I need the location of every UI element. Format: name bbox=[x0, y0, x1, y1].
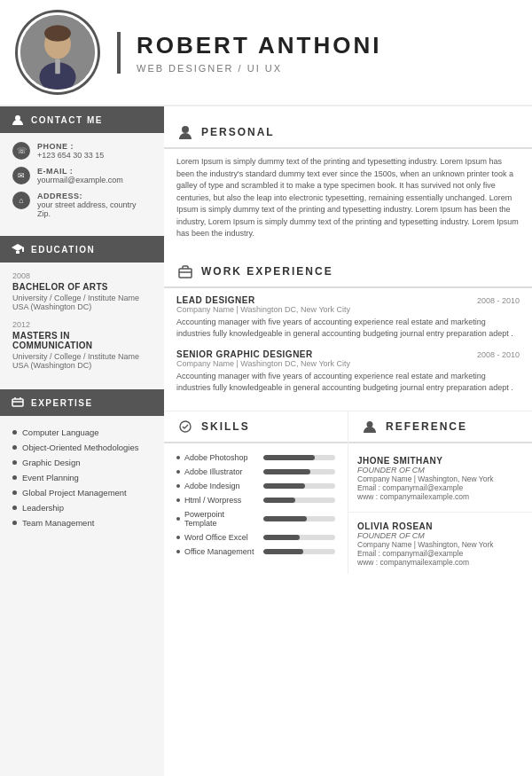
work-section: WORK EXPERIENCE LEAD DESIGNER 2008 - 201… bbox=[164, 247, 532, 411]
skill-bar-fill bbox=[263, 455, 315, 460]
main-content: PERSONAL Lorem Ipsum is simply dummy tex… bbox=[164, 106, 532, 776]
candidate-name: ROBERT ANTHONI bbox=[137, 32, 381, 59]
bullet bbox=[176, 498, 180, 502]
education-icon bbox=[11, 242, 25, 256]
work-header: WORK EXPERIENCE bbox=[164, 256, 532, 288]
bullet bbox=[12, 506, 17, 510]
skills-column: SKILLS Adobe Photoshop Adobe Illustrator bbox=[164, 412, 348, 574]
expertise-list: Computer Language Object-Oriented Method… bbox=[0, 416, 164, 541]
header-info: ROBERT ANTHONI WEB DESIGNER / UI UX bbox=[117, 32, 381, 74]
contact-address: ⌂ ADDRESS: your street address, country … bbox=[12, 192, 152, 218]
skill-item: Adobe Indesign bbox=[164, 479, 348, 493]
skill-bar-fill bbox=[263, 469, 310, 474]
skill-item: Adobe Photoshop bbox=[164, 451, 348, 465]
expertise-item: Object-Oriented Methodologies bbox=[12, 440, 152, 455]
work-icon bbox=[176, 263, 194, 280]
ref-company: Company Name | Washington, New York bbox=[357, 474, 523, 483]
skill-bar-fill bbox=[263, 516, 307, 521]
skill-item: Adobe Illustrator bbox=[164, 465, 348, 479]
svg-marker-6 bbox=[12, 244, 24, 251]
personal-header: PERSONAL bbox=[164, 117, 532, 149]
ref-role: FOUNDER OF CM bbox=[357, 466, 523, 474]
reference-header: REFERENCE bbox=[348, 412, 532, 443]
skill-bar-background bbox=[263, 535, 335, 540]
ref-name: JHONE SMITHANY bbox=[357, 456, 523, 466]
candidate-title: WEB DESIGNER / UI UX bbox=[137, 63, 381, 74]
bullet bbox=[176, 550, 180, 553]
skill-item: Word Office Excel bbox=[164, 530, 348, 545]
reference-icon bbox=[361, 418, 379, 435]
ref-role: FOUNDER OF CM bbox=[357, 531, 523, 540]
skill-item: Powerpoint Template bbox=[164, 507, 348, 530]
skill-bar-background bbox=[263, 469, 335, 474]
contact-phone: ☏ PHONE : +123 654 30 33 15 bbox=[12, 142, 152, 160]
contact-section-label: CONTACT ME bbox=[31, 115, 103, 125]
skills-list: Adobe Photoshop Adobe Illustrator Adobe … bbox=[164, 451, 348, 559]
svg-point-2 bbox=[44, 25, 71, 42]
work-item-1: LEAD DESIGNER 2008 - 2010 Company Name |… bbox=[164, 295, 532, 349]
expertise-item: Leadership bbox=[12, 500, 152, 515]
work-item-2: SENIOR GRAPHIC DESIGNER 2008 - 2010 Comp… bbox=[164, 349, 532, 404]
reference-list: JHONE SMITHANY FOUNDER OF CM Company Nam… bbox=[348, 451, 532, 574]
expertise-item: Graphic Design bbox=[12, 455, 152, 470]
svg-rect-4 bbox=[55, 59, 60, 74]
education-section-label: EDUCATION bbox=[31, 245, 95, 255]
contact-section: ☏ PHONE : +123 654 30 33 15 ✉ E-MAIL : y… bbox=[0, 133, 164, 236]
ref-website: www : companymailexample.com bbox=[357, 492, 523, 501]
reference-item: JHONE SMITHANY FOUNDER OF CM Company Nam… bbox=[348, 451, 532, 508]
resume-header: ROBERT ANTHONI WEB DESIGNER / UI UX bbox=[0, 0, 532, 106]
skill-bar-fill bbox=[263, 549, 303, 554]
education-section: 2008 BACHELOR OF ARTS University / Colle… bbox=[0, 263, 164, 389]
bullet bbox=[12, 475, 17, 480]
skill-bar-fill bbox=[263, 483, 305, 489]
skill-bar-background bbox=[263, 549, 335, 554]
reference-column: REFERENCE JHONE SMITHANY FOUNDER OF CM C… bbox=[348, 412, 532, 574]
contact-icon bbox=[11, 113, 25, 127]
skill-bar-background bbox=[263, 516, 335, 521]
svg-point-16 bbox=[180, 421, 191, 432]
svg-rect-8 bbox=[22, 247, 24, 252]
ref-email: Email : companymail@example bbox=[357, 549, 523, 558]
personal-text: Lorem Ipsum is simply dummy text of the … bbox=[164, 156, 532, 240]
main-layout: CONTACT ME ☏ PHONE : +123 654 30 33 15 ✉… bbox=[0, 106, 532, 776]
skills-icon bbox=[176, 418, 194, 435]
reference-item: OLIVIA ROSEAN FOUNDER OF CM Company Name… bbox=[348, 516, 532, 574]
skill-bar-background bbox=[263, 455, 335, 460]
bullet bbox=[12, 460, 17, 465]
address-icon: ⌂ bbox=[12, 192, 30, 209]
skill-bar-background bbox=[263, 483, 335, 489]
ref-company: Company Name | Washington, New York bbox=[357, 540, 523, 549]
ref-website: www : companymailexample.com bbox=[357, 558, 523, 567]
bottom-section: SKILLS Adobe Photoshop Adobe Illustrator bbox=[164, 411, 532, 574]
expertise-icon bbox=[11, 396, 25, 410]
skill-item: Html / Worpress bbox=[164, 493, 348, 507]
skill-item: Office Management bbox=[164, 545, 348, 559]
bullet bbox=[12, 430, 17, 435]
expertise-section-label: EXPERTISE bbox=[31, 398, 93, 408]
bullet bbox=[12, 521, 17, 525]
bullet bbox=[176, 484, 180, 488]
bullet bbox=[176, 456, 180, 459]
profile-photo bbox=[18, 12, 98, 92]
bullet bbox=[176, 470, 180, 474]
skill-bar-fill bbox=[263, 535, 300, 540]
svg-rect-9 bbox=[12, 399, 23, 406]
expertise-section-header: EXPERTISE bbox=[0, 389, 164, 416]
skill-bar-background bbox=[263, 498, 335, 503]
contact-email: ✉ E-MAIL : yourmail@example.com bbox=[12, 167, 152, 184]
contact-section-header: CONTACT ME bbox=[0, 106, 164, 133]
bullet bbox=[12, 445, 17, 450]
svg-rect-14 bbox=[179, 269, 192, 278]
skill-label: Html / Worpress bbox=[176, 496, 256, 505]
personal-icon bbox=[176, 123, 194, 141]
email-icon: ✉ bbox=[12, 167, 30, 184]
ref-email: Email : companymail@example bbox=[357, 483, 523, 492]
skill-bar-fill bbox=[263, 498, 295, 503]
bullet bbox=[12, 490, 17, 495]
expertise-item: Event Planning bbox=[12, 470, 152, 485]
personal-section: PERSONAL Lorem Ipsum is simply dummy tex… bbox=[164, 106, 532, 247]
expertise-item: Global Project Management bbox=[12, 485, 152, 500]
expertise-item: Team Management bbox=[12, 515, 152, 530]
education-section-header: EDUCATION bbox=[0, 236, 164, 263]
bullet bbox=[176, 536, 180, 539]
